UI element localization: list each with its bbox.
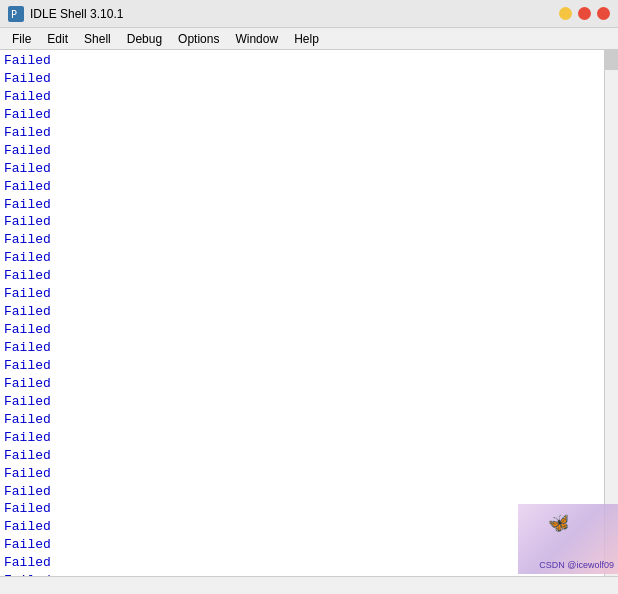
output-line: Failed [4,160,614,178]
menu-file[interactable]: File [4,30,39,48]
output-line: Failed [4,536,614,554]
window-controls [559,7,610,20]
menu-edit[interactable]: Edit [39,30,76,48]
output-lines: FailedFailedFailedFailedFailedFailedFail… [4,52,614,594]
scrollbar[interactable] [604,50,618,594]
output-line: Failed [4,393,614,411]
output-line: Failed [4,554,614,572]
output-line: Failed [4,339,614,357]
output-line: Failed [4,142,614,160]
output-line: Failed [4,375,614,393]
shell-area: FailedFailedFailedFailedFailedFailedFail… [0,50,618,594]
output-line: Failed [4,447,614,465]
menu-options[interactable]: Options [170,30,227,48]
output-line: Failed [4,285,614,303]
output-line: Failed [4,303,614,321]
menu-debug[interactable]: Debug [119,30,170,48]
output-line: Failed [4,70,614,88]
output-line: Failed [4,52,614,70]
menu-help[interactable]: Help [286,30,327,48]
output-line: Failed [4,483,614,501]
output-line: Failed [4,88,614,106]
output-line: Failed [4,231,614,249]
output-line: Failed [4,411,614,429]
output-line: Failed [4,518,614,536]
shell-content[interactable]: FailedFailedFailedFailedFailedFailedFail… [0,50,618,594]
output-line: Failed [4,321,614,339]
output-line: Failed [4,267,614,285]
window-title: IDLE Shell 3.10.1 [30,7,123,21]
output-line: Failed [4,178,614,196]
output-line: Failed [4,249,614,267]
menu-window[interactable]: Window [227,30,286,48]
output-line: Failed [4,429,614,447]
close-button[interactable] [597,7,610,20]
titlebar: P IDLE Shell 3.10.1 [0,0,618,28]
output-line: Failed [4,465,614,483]
output-line: Failed [4,124,614,142]
output-line: Failed [4,213,614,231]
maximize-button[interactable] [578,7,591,20]
output-line: Failed [4,357,614,375]
minimize-button[interactable] [559,7,572,20]
status-bar [0,576,618,594]
svg-text:P: P [11,9,17,20]
python-icon: P [8,6,24,22]
output-line: Failed [4,106,614,124]
output-line: Failed [4,500,614,518]
menu-shell[interactable]: Shell [76,30,119,48]
menubar: File Edit Shell Debug Options Window Hel… [0,28,618,50]
output-line: Failed [4,196,614,214]
scrollbar-thumb[interactable] [604,50,618,70]
